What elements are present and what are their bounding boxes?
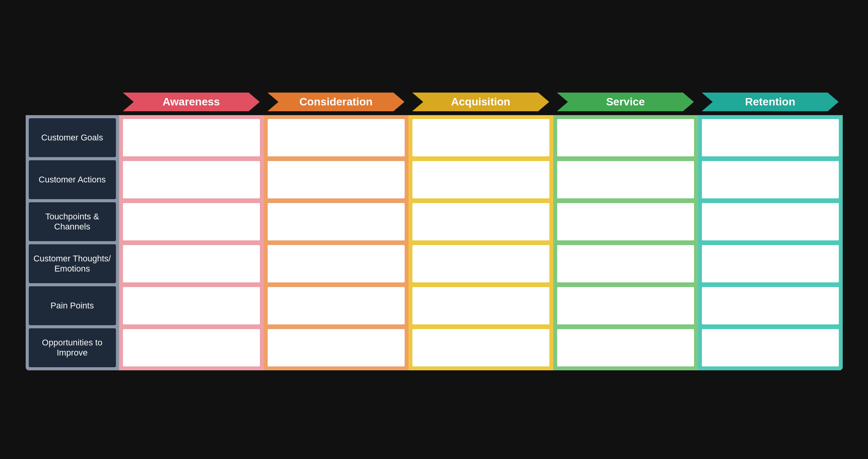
row-label-touchpoints-channels: Touchpoints & Channels: [29, 202, 116, 241]
header-retention: Retention: [698, 89, 843, 115]
cell-service-touchpoints-channels[interactable]: [556, 202, 695, 241]
cell-consideration-customer-thoughts-emotions[interactable]: [267, 244, 405, 283]
cell-consideration-opportunities-to-improve[interactable]: [267, 328, 405, 367]
header-awareness: Awareness: [119, 89, 264, 115]
cell-awareness-opportunities-to-improve[interactable]: [122, 328, 261, 367]
row-label-pain-points: Pain Points: [29, 286, 116, 325]
cell-awareness-customer-thoughts-emotions[interactable]: [122, 244, 261, 283]
cell-awareness-customer-goals[interactable]: [122, 118, 261, 157]
header-label-retention: Retention: [745, 96, 795, 108]
cell-retention-touchpoints-channels[interactable]: [701, 202, 840, 241]
cell-service-customer-actions[interactable]: [556, 160, 695, 199]
cell-awareness-pain-points[interactable]: [122, 286, 261, 325]
cell-retention-customer-actions[interactable]: [701, 160, 840, 199]
cell-service-opportunities-to-improve[interactable]: [556, 328, 695, 367]
row-labels: Customer GoalsCustomer ActionsTouchpoint…: [26, 115, 119, 370]
cell-retention-pain-points[interactable]: [701, 286, 840, 325]
cell-awareness-customer-actions[interactable]: [122, 160, 261, 199]
cell-retention-opportunities-to-improve[interactable]: [701, 328, 840, 367]
row-label-customer-goals: Customer Goals: [29, 118, 116, 157]
row-label-customer-actions: Customer Actions: [29, 160, 116, 199]
cell-acquisition-customer-goals[interactable]: [412, 118, 550, 157]
cell-consideration-customer-goals[interactable]: [267, 118, 405, 157]
cell-acquisition-pain-points[interactable]: [412, 286, 550, 325]
header-acquisition: Acquisition: [409, 89, 553, 115]
journey-map: AwarenessConsiderationAcquisitionService…: [26, 89, 843, 370]
cell-acquisition-touchpoints-channels[interactable]: [412, 202, 550, 241]
cell-acquisition-opportunities-to-improve[interactable]: [412, 328, 550, 367]
column-consideration: [264, 115, 409, 370]
cell-service-customer-goals[interactable]: [556, 118, 695, 157]
header-label-awareness: Awareness: [163, 96, 220, 108]
header-label-service: Service: [606, 96, 645, 108]
row-label-customer-thoughts-emotions: Customer Thoughts/ Emotions: [29, 244, 116, 283]
cell-service-pain-points[interactable]: [556, 286, 695, 325]
body-section: Customer GoalsCustomer ActionsTouchpoint…: [26, 115, 843, 370]
row-label-opportunities-to-improve: Opportunities to Improve: [29, 328, 116, 367]
cell-awareness-touchpoints-channels[interactable]: [122, 202, 261, 241]
cell-consideration-touchpoints-channels[interactable]: [267, 202, 405, 241]
cell-service-customer-thoughts-emotions[interactable]: [556, 244, 695, 283]
cell-acquisition-customer-thoughts-emotions[interactable]: [412, 244, 550, 283]
column-awareness: [119, 115, 264, 370]
header-empty: [26, 89, 119, 115]
column-service: [553, 115, 698, 370]
header-label-consideration: Consideration: [299, 96, 372, 108]
column-acquisition: [409, 115, 553, 370]
cell-consideration-pain-points[interactable]: [267, 286, 405, 325]
header-service: Service: [553, 89, 698, 115]
column-retention: [698, 115, 843, 370]
cell-consideration-customer-actions[interactable]: [267, 160, 405, 199]
cell-retention-customer-thoughts-emotions[interactable]: [701, 244, 840, 283]
columns-area: [119, 115, 843, 370]
header-label-acquisition: Acquisition: [451, 96, 510, 108]
header-row: AwarenessConsiderationAcquisitionService…: [26, 89, 843, 115]
header-consideration: Consideration: [264, 89, 409, 115]
cell-acquisition-customer-actions[interactable]: [412, 160, 550, 199]
cell-retention-customer-goals[interactable]: [701, 118, 840, 157]
